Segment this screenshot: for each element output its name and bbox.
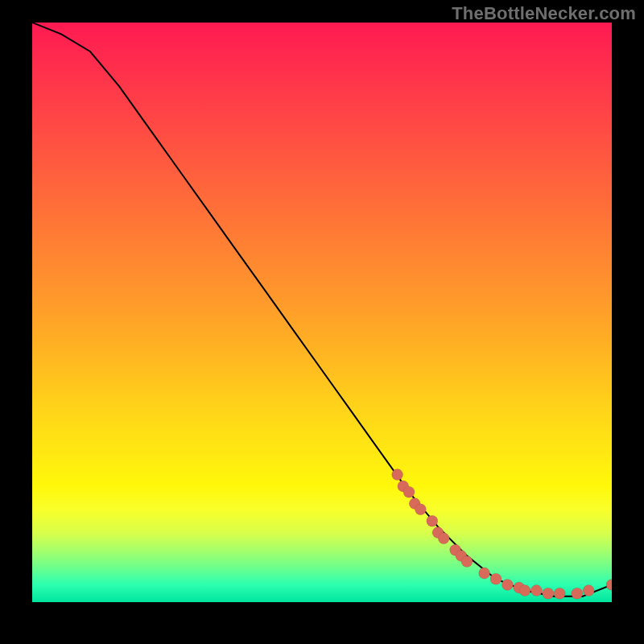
highlight-dot (415, 504, 426, 515)
highlight-dot (554, 588, 565, 599)
highlight-dot (427, 515, 438, 526)
highlight-dots-group (392, 469, 612, 600)
highlight-dot (543, 588, 554, 599)
bottleneck-curve (32, 23, 612, 597)
highlight-dot (583, 585, 594, 597)
highlight-dot (438, 533, 449, 544)
watermark-text: TheBottleNecker.com (452, 3, 636, 24)
highlight-dot (403, 486, 415, 497)
chart-frame: TheBottleNecker.com (0, 0, 644, 644)
highlight-dot (392, 469, 403, 481)
highlight-dot (572, 588, 583, 599)
highlight-dot (479, 568, 490, 579)
highlight-dot (502, 579, 513, 590)
highlight-dot (606, 579, 612, 590)
highlight-dot (461, 556, 473, 568)
curve-overlay (32, 23, 612, 602)
highlight-dot (490, 573, 502, 584)
highlight-dot (530, 585, 542, 597)
highlight-dot (519, 585, 530, 597)
